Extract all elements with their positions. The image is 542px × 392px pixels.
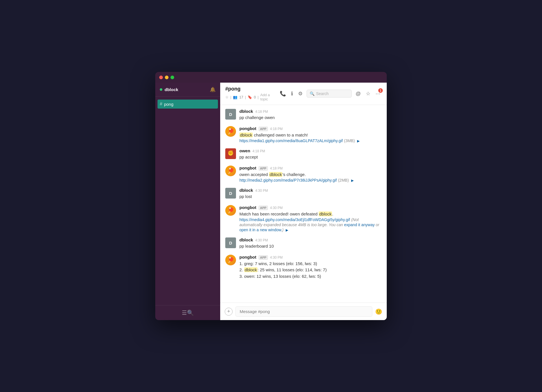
message-group: 🏓 pongbot APP 4:18 PM owen accepted dblo… (225, 166, 382, 183)
svg-text:✊: ✊ (228, 150, 234, 156)
avatar: D (225, 237, 236, 248)
file-size: (2MB) (338, 178, 349, 182)
message-group: 🏓 pongbot APP 4:30 PM Match has been rec… (225, 205, 382, 233)
giphy-link[interactable]: https://media4.giphy.com/media/3oEjl1dfF… (239, 217, 350, 222)
message-content: dblock 4:30 PM pp leaderboard 10 (239, 237, 382, 250)
msg-time: 4:18 PM (252, 149, 265, 153)
leaderboard-line-1: 1. greg: 7 wins, 2 losses (elo: 156, lws… (239, 261, 382, 267)
pongbot-avatar: 🏓 (225, 126, 236, 137)
msg-text: dblock challenged owen to a match! (239, 132, 382, 138)
close-button[interactable] (159, 76, 163, 79)
message-group: 🏓 pongbot APP 4:30 PM 1. greg: 7 wins, 2… (225, 255, 382, 280)
avatar: D (225, 109, 236, 120)
msg-time: 4:30 PM (255, 238, 268, 242)
search-icon: 🔍 (310, 91, 314, 96)
message-input[interactable] (235, 306, 372, 317)
message-header: owen 4:18 PM (239, 148, 382, 153)
msg-link-line-with-note: https://media4.giphy.com/media/3oEjl1dfF… (239, 217, 382, 232)
expand-arrow-icon[interactable]: ▶ (357, 139, 360, 143)
msg-author: dblock (239, 109, 253, 114)
message-content: dblock 4:18 PM pp challenge owen (239, 109, 382, 121)
msg-author: dblock (239, 188, 253, 193)
avatar: 🏓 (225, 205, 236, 216)
message-input-bar: + 🙂 (220, 303, 387, 320)
msg-author: pongbot (239, 205, 256, 210)
highlight-dblock: dblock (269, 172, 282, 177)
giphy-link[interactable]: http://media2.giphy.com/media/P7r38iJJkP… (239, 178, 337, 182)
msg-text: 1. greg: 7 wins, 2 losses (elo: 156, lws… (239, 261, 382, 280)
emoji-button[interactable]: 🙂 (375, 308, 382, 315)
msg-time: 4:30 PM (270, 206, 283, 210)
app-body: dblock 🔔 # pong ☰🔍 #pong (155, 83, 387, 320)
filter-search-icon[interactable]: ☰🔍 (182, 309, 194, 316)
main-content: #pong ☆ | 👥 17 | 🔖 0 | Add a topic (220, 83, 387, 320)
dblock-avatar-img: D (225, 188, 236, 199)
msg-author: owen (239, 148, 250, 153)
sidebar-item-pong[interactable]: # pong (158, 100, 218, 109)
message-header: pongbot APP 4:30 PM (239, 205, 382, 210)
mention-icon[interactable]: @ (355, 90, 362, 98)
channel-meta: ☆ | 👥 17 | 🔖 0 | Add a topic (225, 93, 279, 101)
minimize-button[interactable] (165, 76, 169, 79)
messages-area[interactable]: D dblock 4:18 PM pp challenge owen (220, 105, 387, 303)
members-icon: 👥 (233, 95, 237, 99)
giphy-link[interactable]: https://media1.giphy.com/media/8uaGLPAT7… (239, 138, 343, 143)
msg-text: pp lost (239, 193, 382, 200)
avatar: 🏓 (225, 166, 236, 176)
app-badge: APP (259, 166, 268, 171)
starred-icon[interactable]: ☆ (365, 89, 371, 98)
app-badge: APP (259, 255, 268, 260)
message-content: pongbot APP 4:30 PM Match has been recor… (239, 205, 382, 233)
message-header: pongbot APP 4:30 PM (239, 255, 382, 260)
sidebar-content: # pong (155, 97, 220, 305)
leaderboard-line-2: 2. dblock: 25 wins, 11 losses (elo: 114,… (239, 267, 382, 273)
message-header: dblock 4:18 PM (239, 109, 382, 114)
sidebar-header: dblock 🔔 (155, 83, 220, 97)
app-window: dblock 🔔 # pong ☰🔍 #pong (155, 72, 387, 320)
dblock-avatar-img: D (225, 109, 236, 120)
maximize-button[interactable] (171, 76, 174, 79)
add-button[interactable]: + (225, 308, 233, 316)
message-header: dblock 4:30 PM (239, 188, 382, 193)
message-content: owen 4:18 PM pp accept (239, 148, 382, 160)
search-box[interactable]: 🔍 (307, 90, 352, 98)
add-topic-link[interactable]: Add a topic (260, 93, 279, 101)
msg-text: owen accepted dblock's challenge. (239, 171, 382, 178)
pongbot-avatar: 🏓 (225, 255, 236, 265)
msg-author: pongbot (239, 126, 256, 131)
sidebar: dblock 🔔 # pong ☰🔍 (155, 83, 220, 320)
app-badge: APP (259, 127, 268, 131)
channel-name-label: pong (164, 102, 173, 107)
bell-icon[interactable]: 🔔 (210, 87, 216, 93)
channel-header: #pong ☆ | 👥 17 | 🔖 0 | Add a topic (220, 83, 387, 105)
bookmark-icon: 🔖 (248, 95, 252, 99)
message-group: 🏓 pongbot APP 4:18 PM dblock challenged … (225, 126, 382, 144)
leaderboard-line-3: 3. owen: 12 wins, 13 losses (elo: 62, lw… (239, 273, 382, 280)
svg-text:D: D (229, 191, 232, 196)
search-input[interactable] (316, 91, 349, 96)
expand-link[interactable]: expand it anyway (344, 223, 375, 227)
settings-icon[interactable]: ⚙ (297, 89, 304, 98)
app-badge: APP (259, 206, 268, 210)
titlebar (155, 72, 387, 83)
msg-time: 4:18 PM (270, 127, 283, 131)
message-content: pongbot APP 4:18 PM dblock challenged ow… (239, 126, 382, 144)
expand-arrow-icon[interactable]: ▶ (286, 228, 288, 232)
message-header: pongbot APP 4:18 PM (239, 166, 382, 171)
notification-badge[interactable]: ⋯ 1 (374, 89, 382, 98)
expand-arrow-icon[interactable]: ▶ (351, 179, 354, 182)
open-new-window-link[interactable]: open it in a new window. (239, 228, 282, 232)
message-content: dblock 4:30 PM pp lost (239, 188, 382, 200)
info-icon[interactable]: ℹ (290, 89, 294, 98)
phone-icon[interactable]: 📞 (279, 89, 287, 98)
message-group: D dblock 4:30 PM pp leaderboard 10 (225, 237, 382, 250)
msg-author: pongbot (239, 255, 256, 259)
notification-count: 1 (378, 88, 383, 93)
highlight-dblock: dblock (319, 212, 332, 216)
msg-author: dblock (239, 237, 253, 242)
pongbot-avatar: 🏓 (225, 166, 236, 176)
message-content: pongbot APP 4:30 PM 1. greg: 7 wins, 2 l… (239, 255, 382, 280)
message-header: pongbot APP 4:18 PM (239, 126, 382, 131)
highlight-dblock: dblock (239, 133, 253, 137)
channel-star-icon[interactable]: ☆ (225, 95, 229, 99)
